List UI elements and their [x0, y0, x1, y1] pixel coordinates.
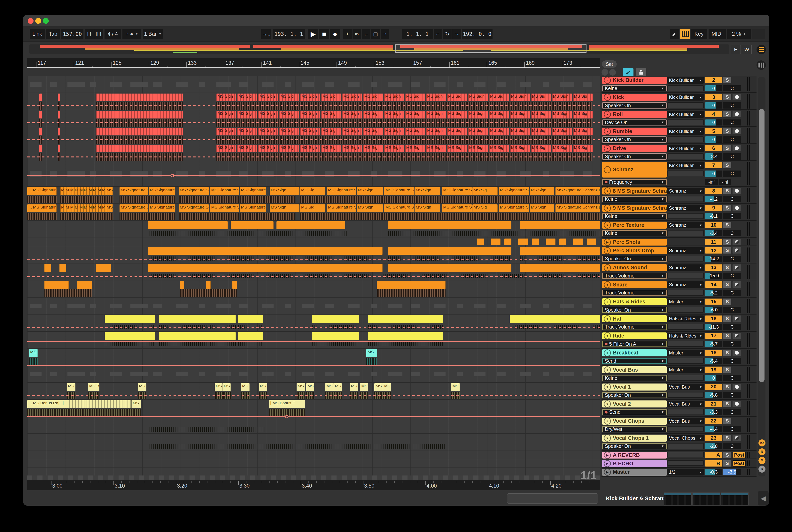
clip[interactable]: ... MS Signature — [27, 205, 57, 212]
computer-midi-keyboard-button[interactable] — [680, 29, 690, 39]
clip[interactable]: MS Sign — [217, 128, 237, 135]
clip-mini[interactable] — [50, 82, 57, 87]
clip[interactable]: MS Sig — [237, 111, 257, 118]
clip-mini[interactable] — [583, 82, 592, 87]
clip-mini[interactable] — [457, 372, 463, 376]
pan-control[interactable]: C — [723, 273, 741, 279]
clip[interactable] — [377, 281, 445, 289]
arrangement-overview[interactable] — [29, 44, 729, 54]
track-header-kick[interactable]: ▼KickSpeaker On▼Kick Builder▼3S0C — [602, 93, 756, 110]
arm-button[interactable] — [733, 264, 741, 271]
clip[interactable]: MS Sign — [300, 111, 320, 118]
clip[interactable]: MS Sig — [321, 111, 341, 118]
fold-arrow-icon[interactable]: ▼ — [604, 281, 611, 288]
clip[interactable]: MS Sign — [342, 94, 362, 101]
clip-mini[interactable] — [520, 171, 532, 177]
track-number[interactable]: 23 — [705, 435, 722, 441]
clip[interactable] — [520, 221, 600, 229]
clip[interactable]: MS Signature — [149, 205, 175, 212]
clip[interactable]: MS Sig — [473, 205, 498, 212]
pan-control[interactable]: C — [723, 443, 741, 449]
clip[interactable]: MS Sign — [258, 128, 278, 135]
automation-line[interactable] — [27, 395, 600, 396]
clip-mini[interactable] — [388, 82, 402, 87]
automation-control-chooser[interactable]: Speaker On▼ — [602, 443, 667, 449]
clip[interactable]: MS — [241, 383, 250, 391]
clip-mini[interactable] — [110, 171, 122, 177]
track-name[interactable]: ▼9 MS Signature Schra — [602, 205, 667, 212]
clip[interactable]: MS Sign — [217, 145, 237, 153]
clip[interactable]: MS — [325, 383, 334, 391]
clip-mini[interactable] — [520, 372, 532, 376]
clip[interactable]: MS Sign — [468, 94, 488, 101]
cue-volume[interactable]: -3.5 — [723, 469, 741, 475]
midi-overdub-button[interactable]: ∞ — [352, 29, 361, 39]
clip-mini[interactable] — [130, 171, 148, 177]
pan-control[interactable]: C — [723, 86, 741, 92]
clip[interactable] — [96, 111, 183, 118]
track-header-vocal-chops[interactable]: ≡Vocal ChopsDry/Wet▼Vocal Bus▼22S-4.4C — [602, 417, 756, 434]
clip[interactable]: MS Sig — [447, 94, 467, 101]
key-map-button[interactable]: Key — [692, 29, 706, 39]
show-hide-detail-button[interactable]: ◀ — [758, 491, 769, 506]
clip[interactable]: MS Signature Schranz Loop — [555, 205, 600, 212]
automation-control-chooser[interactable]: Send▼ — [602, 358, 667, 364]
track-number[interactable]: 2 — [705, 77, 722, 83]
track-name[interactable]: ▼Rumble — [602, 128, 667, 135]
clip-mini[interactable] — [543, 372, 549, 376]
output-routing-chooser[interactable]: Vocal Bus▼ — [667, 418, 704, 424]
clip-waveform[interactable] — [210, 342, 236, 346]
output-routing-chooser[interactable]: Schranz▼ — [667, 281, 704, 288]
arrangement-view-toggle[interactable] — [756, 45, 766, 54]
clip[interactable]: ... MS Bonus Ra| | | — [27, 400, 69, 408]
clip-waveform[interactable] — [119, 213, 175, 221]
output-routing-chooser[interactable]: Schranz▼ — [667, 247, 704, 254]
clip[interactable] — [44, 281, 69, 289]
automation-control-chooser[interactable]: Keine▼ — [602, 213, 667, 220]
track-volume[interactable]: -2.8 — [705, 443, 722, 449]
solo-button[interactable]: S — [723, 299, 731, 305]
clip[interactable]: MS — [215, 383, 223, 391]
automation-line[interactable] — [27, 341, 600, 342]
output-routing-chooser[interactable]: Hats & Rides▼ — [667, 332, 704, 339]
close-window-button[interactable] — [28, 18, 34, 24]
clip-mini[interactable] — [110, 372, 122, 376]
vertical-scrollbar[interactable] — [758, 77, 766, 476]
clip-mini[interactable] — [285, 304, 291, 308]
clip[interactable] — [148, 264, 383, 272]
clip[interactable] — [105, 315, 155, 323]
clip-mini[interactable] — [50, 171, 57, 177]
side-badge-d[interactable]: D — [758, 466, 766, 473]
track-name[interactable]: ▶A REVERB — [602, 452, 667, 459]
clip[interactable] — [238, 332, 263, 340]
track-volume[interactable]: -5.7 — [705, 341, 722, 347]
clip-mini[interactable] — [30, 372, 42, 376]
clip-mini[interactable] — [497, 171, 505, 177]
solo-button[interactable]: S — [723, 366, 731, 373]
fold-arrow-icon[interactable]: ▼ — [604, 315, 611, 322]
track-header-ride[interactable]: ▼Ride5 Filter On A▼Hats & Rides▼17S-5.7C — [602, 332, 756, 349]
automation-control-chooser[interactable]: Keine▼ — [602, 86, 667, 92]
clip[interactable]: MS Sign — [270, 187, 299, 195]
clip[interactable] — [148, 221, 228, 229]
clip-mini[interactable] — [348, 304, 360, 308]
clip[interactable]: M M M M M M M M M M MS — [60, 187, 113, 195]
clip[interactable] — [532, 239, 539, 245]
clip[interactable]: MS Signature Schranz Loo — [499, 205, 529, 212]
clip[interactable]: MS Sign — [258, 111, 278, 118]
arm-button[interactable] — [733, 239, 741, 245]
clip[interactable]: MS Signature Sc — [210, 205, 239, 212]
track-header-perc-shots[interactable]: ▶Perc Shots11S — [602, 238, 756, 247]
next-marker-button[interactable]: → — [609, 69, 616, 76]
clip-mini[interactable] — [239, 82, 248, 87]
arm-button[interactable] — [733, 247, 741, 253]
track-volume[interactable]: -14.2 — [705, 256, 722, 262]
clip-mini[interactable] — [325, 372, 334, 376]
clip-waveform[interactable] — [44, 289, 92, 297]
track-name[interactable]: ▼Snare — [602, 281, 667, 288]
link-button[interactable]: Link — [30, 29, 45, 39]
pre-post-toggle[interactable]: Post — [733, 460, 746, 467]
clip[interactable]: MS Sig — [237, 94, 257, 101]
clip[interactable] — [69, 400, 131, 408]
output-routing-chooser[interactable]: Hats & Rides▼ — [667, 316, 704, 322]
